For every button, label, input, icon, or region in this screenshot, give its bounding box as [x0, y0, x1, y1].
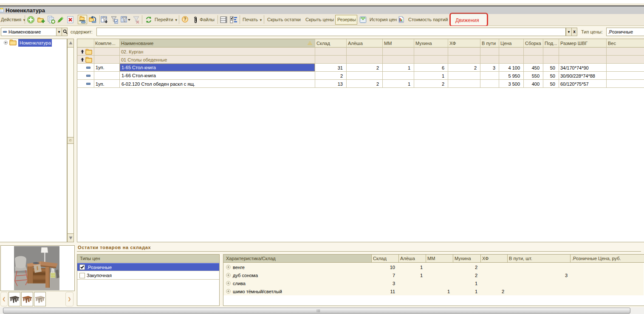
- svg-text:?: ?: [184, 17, 186, 22]
